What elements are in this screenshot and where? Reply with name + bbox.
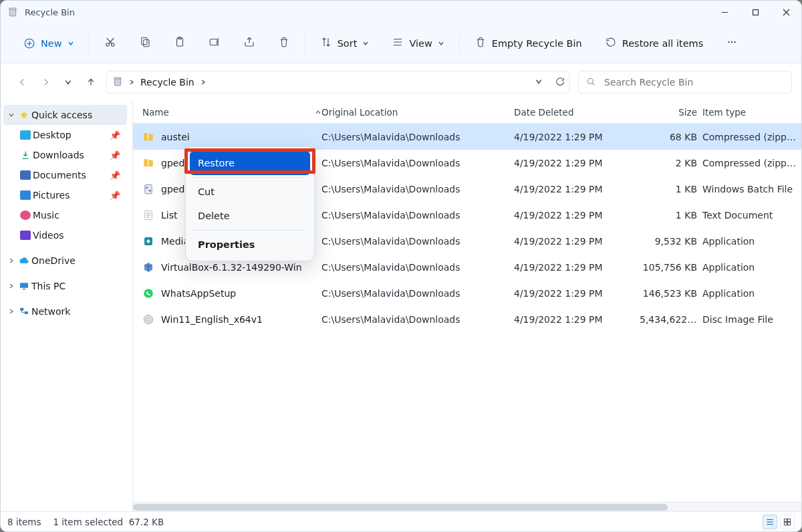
restore-all-button[interactable]: Restore all items: [599, 31, 709, 55]
file-size: 2 KB: [640, 158, 702, 168]
file-date: 4/19/2022 1:29 PM: [514, 236, 640, 247]
sidebar-item-this-pc[interactable]: This PC: [3, 276, 127, 296]
breadcrumb[interactable]: Recycle Bin: [140, 77, 194, 88]
file-size: 9,532 KB: [640, 236, 702, 247]
svg-rect-0: [9, 9, 15, 16]
context-menu-restore[interactable]: Restore: [190, 151, 310, 175]
file-icon: [142, 131, 154, 143]
nav-forward-button[interactable]: [39, 76, 51, 88]
context-menu-properties[interactable]: Properties: [190, 233, 310, 257]
pictures-icon: [18, 190, 33, 200]
view-label: View: [409, 38, 432, 49]
file-size: 1 KB: [640, 210, 702, 221]
svg-point-11: [728, 41, 730, 43]
sidebar-item-label: Music: [33, 210, 59, 221]
more-icon: [726, 36, 738, 50]
column-header-location[interactable]: Original Location: [321, 107, 514, 118]
videos-icon: [18, 231, 33, 240]
nav-back-button[interactable]: [17, 76, 29, 88]
address-dropdown-button[interactable]: [535, 77, 543, 88]
view-mode-details-button[interactable]: [763, 515, 777, 529]
new-button[interactable]: New: [18, 33, 80, 54]
monitor-icon: [17, 281, 31, 291]
column-header-date[interactable]: Date Deleted: [514, 107, 640, 118]
share-button[interactable]: [238, 31, 261, 55]
maximize-button[interactable]: [740, 1, 771, 23]
paste-button[interactable]: [168, 31, 191, 55]
pin-icon: 📌: [110, 190, 120, 201]
cut-button[interactable]: [99, 31, 122, 55]
pin-icon: 📌: [110, 150, 120, 160]
svg-rect-19: [20, 308, 23, 311]
sidebar-item-videos[interactable]: Videos: [3, 225, 127, 245]
sidebar-item-pictures[interactable]: Pictures 📌: [3, 185, 127, 205]
new-label: New: [41, 38, 62, 49]
toolbar-group-recycle: Empty Recycle Bin Restore all items: [460, 31, 753, 55]
refresh-button[interactable]: [555, 76, 565, 89]
delete-button[interactable]: [273, 31, 295, 55]
search-input[interactable]: [603, 76, 785, 88]
file-type: Compressed (zipp…: [702, 158, 801, 168]
scrollbar-thumb[interactable]: [133, 504, 668, 511]
file-location: C:\Users\Malavida\Downloads: [321, 288, 514, 299]
file-name: gpedi: [161, 158, 187, 168]
nav-up-button[interactable]: [85, 76, 97, 88]
svg-rect-33: [784, 522, 787, 525]
more-button[interactable]: [720, 31, 743, 55]
sidebar-item-quick-access[interactable]: Quick access: [3, 105, 127, 125]
table-row[interactable]: WhatsAppSetupC:\Users\Malavida\Downloads…: [133, 280, 801, 306]
svg-rect-2: [753, 9, 758, 15]
status-item-count: 8 items: [7, 517, 41, 527]
empty-recycle-bin-button[interactable]: Empty Recycle Bin: [469, 31, 587, 55]
column-header-type[interactable]: Item type: [702, 107, 801, 118]
copy-button[interactable]: [134, 31, 156, 55]
restore-all-label: Restore all items: [622, 38, 704, 49]
file-location: C:\Users\Malavida\Downloads: [321, 236, 514, 247]
context-menu-delete[interactable]: Delete: [190, 204, 310, 228]
address-bar[interactable]: Recycle Bin: [106, 71, 570, 94]
rename-button[interactable]: [203, 31, 226, 55]
table-row[interactable]: Win11_English_x64v1C:\Users\Malavida\Dow…: [133, 306, 801, 332]
file-type: Application: [702, 262, 801, 273]
file-icon: [142, 261, 154, 273]
music-icon: [18, 211, 33, 220]
svg-point-12: [731, 41, 732, 43]
sidebar-item-documents[interactable]: Documents 📌: [3, 165, 127, 185]
sidebar-item-onedrive[interactable]: OneDrive: [3, 251, 127, 271]
file-size: 68 KB: [640, 132, 702, 142]
chevron-down-icon: [6, 112, 17, 118]
explorer-window: Recycle Bin New: [0, 0, 802, 532]
file-location: C:\Users\Malavida\Downloads: [321, 262, 514, 273]
cloud-icon: [17, 255, 31, 266]
sidebar-item-network[interactable]: Network: [3, 301, 127, 321]
horizontal-scrollbar[interactable]: [133, 502, 801, 511]
title-bar: Recycle Bin: [1, 1, 801, 23]
svg-rect-21: [148, 134, 149, 140]
view-mode-thumbnails-button[interactable]: [780, 515, 795, 529]
toolbar: New Sort View: [1, 23, 801, 63]
sidebar-item-label: Quick access: [31, 110, 92, 120]
column-header-size[interactable]: Size: [640, 107, 702, 118]
file-name: VirtualBox-6.1.32-149290-Win: [161, 262, 302, 273]
body: Quick access Desktop 📌 Downloads 📌 Docum…: [1, 101, 801, 511]
chevron-right-icon: [200, 77, 207, 88]
context-menu-cut[interactable]: Cut: [190, 180, 310, 204]
sidebar-item-music[interactable]: Music: [3, 205, 127, 225]
column-header-name[interactable]: Name: [142, 107, 321, 118]
rename-icon: [209, 36, 221, 50]
sidebar-item-downloads[interactable]: Downloads 📌: [3, 145, 127, 165]
svg-rect-1: [9, 8, 17, 9]
nav-recent-button[interactable]: [62, 76, 74, 88]
sidebar-item-desktop[interactable]: Desktop 📌: [3, 125, 127, 145]
svg-point-24: [146, 186, 148, 188]
sort-button[interactable]: Sort: [315, 31, 375, 55]
view-button[interactable]: View: [386, 31, 449, 55]
status-bar: 8 items 1 item selected 67.2 KB: [1, 511, 801, 531]
svg-rect-6: [141, 37, 146, 45]
close-button[interactable]: [771, 1, 801, 23]
window-controls: [709, 1, 801, 23]
search-box[interactable]: [578, 71, 792, 94]
file-date: 4/19/2022 1:29 PM: [514, 314, 640, 325]
file-date: 4/19/2022 1:29 PM: [514, 262, 640, 273]
minimize-button[interactable]: [709, 1, 740, 23]
